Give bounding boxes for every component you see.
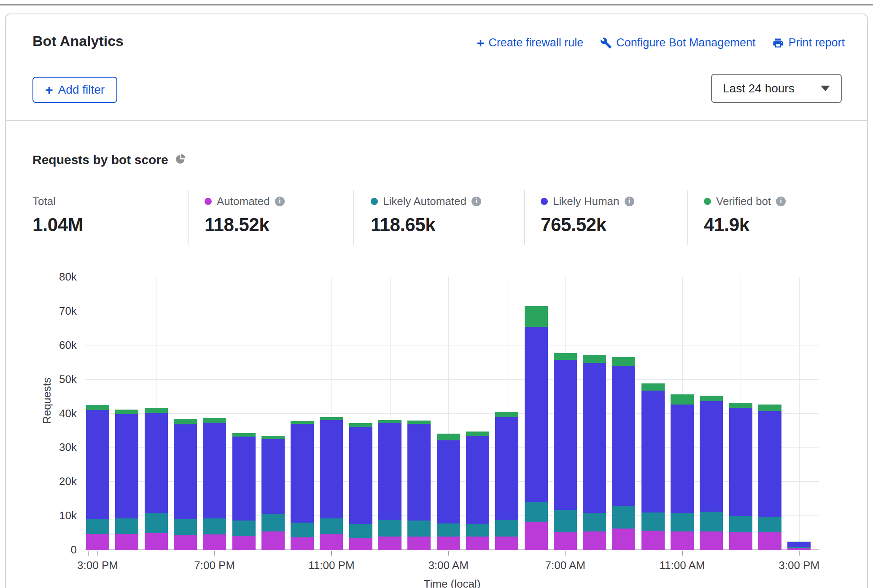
bar-segment-automated[interactable] — [378, 537, 401, 550]
bar-segment-verified-bot[interactable] — [378, 420, 401, 423]
bar-segment-likely-human[interactable] — [612, 366, 635, 506]
bar-segment-likely-human[interactable] — [641, 391, 665, 512]
bar-segment-automated[interactable] — [583, 531, 606, 550]
bar-segment-likely-automated[interactable] — [671, 513, 694, 531]
bar-segment-automated[interactable] — [758, 532, 781, 550]
bar-segment-likely-human[interactable] — [232, 437, 256, 521]
bar-segment-likely-automated[interactable] — [349, 524, 372, 538]
bar-segment-verified-bot[interactable] — [466, 432, 489, 436]
bar-segment-verified-bot[interactable] — [554, 353, 577, 360]
bar-segment-likely-automated[interactable] — [466, 524, 489, 537]
bar-segment-automated[interactable] — [671, 531, 694, 550]
bar-segment-likely-automated[interactable] — [291, 523, 314, 537]
bar-segment-likely-human[interactable] — [349, 427, 372, 524]
bar-segment-verified-bot[interactable] — [145, 408, 168, 413]
bar-segment-likely-automated[interactable] — [174, 519, 197, 535]
bar-segment-likely-automated[interactable] — [554, 510, 577, 532]
print-report-link[interactable]: Print report — [772, 36, 845, 49]
bar-segment-likely-automated[interactable] — [320, 518, 343, 534]
bar-segment-verified-bot[interactable] — [525, 306, 548, 327]
bar-segment-automated[interactable] — [700, 531, 723, 550]
bar-segment-verified-bot[interactable] — [349, 423, 372, 427]
bar-segment-verified-bot[interactable] — [671, 394, 694, 405]
bar-segment-likely-automated[interactable] — [729, 516, 752, 532]
bar-segment-likely-automated[interactable] — [261, 514, 285, 531]
bar-segment-likely-automated[interactable] — [700, 512, 723, 531]
bar-segment-automated[interactable] — [320, 534, 343, 550]
bar-segment-verified-bot[interactable] — [641, 383, 665, 391]
bar-segment-likely-automated[interactable] — [437, 523, 460, 537]
bar-segment-likely-human[interactable] — [729, 408, 752, 516]
bar-segment-verified-bot[interactable] — [787, 542, 811, 542]
bar-segment-likely-automated[interactable] — [407, 521, 431, 537]
bar-segment-likely-human[interactable] — [320, 420, 343, 518]
bar-segment-verified-bot[interactable] — [232, 433, 256, 437]
info-icon[interactable]: i — [472, 197, 481, 206]
bar-segment-likely-automated[interactable] — [495, 520, 518, 537]
bar-segment-automated[interactable] — [174, 535, 197, 550]
bar-segment-likely-automated[interactable] — [232, 521, 256, 536]
bar-segment-likely-human[interactable] — [145, 413, 168, 513]
bar-segment-likely-automated[interactable] — [641, 512, 665, 531]
bar-segment-automated[interactable] — [145, 533, 168, 550]
bar-segment-likely-human[interactable] — [758, 411, 781, 517]
bar-segment-automated[interactable] — [86, 534, 109, 550]
create-firewall-rule-link[interactable]: + Create firewall rule — [477, 36, 584, 49]
info-icon[interactable]: i — [275, 197, 285, 206]
bar-segment-likely-human[interactable] — [583, 363, 606, 513]
bar-segment-likely-human[interactable] — [174, 424, 197, 520]
bar-segment-verified-bot[interactable] — [203, 418, 226, 423]
bar-segment-automated[interactable] — [261, 531, 285, 550]
bar-segment-likely-human[interactable] — [671, 405, 694, 513]
bar-segment-automated[interactable] — [115, 534, 138, 550]
bar-segment-likely-automated[interactable] — [378, 520, 401, 537]
bar-segment-likely-human[interactable] — [787, 542, 811, 547]
bar-segment-likely-automated[interactable] — [203, 518, 226, 534]
bar-segment-verified-bot[interactable] — [583, 355, 606, 363]
bar-segment-likely-automated[interactable] — [787, 547, 811, 548]
configure-bot-management-link[interactable]: Configure Bot Management — [600, 36, 755, 49]
bar-segment-likely-automated[interactable] — [583, 513, 606, 531]
bar-segment-verified-bot[interactable] — [612, 357, 635, 366]
bar-segment-likely-human[interactable] — [554, 360, 577, 510]
bar-segment-likely-human[interactable] — [115, 414, 138, 518]
bar-segment-verified-bot[interactable] — [291, 421, 314, 423]
bar-segment-verified-bot[interactable] — [700, 396, 723, 401]
bar-segment-verified-bot[interactable] — [86, 405, 109, 410]
bar-segment-automated[interactable] — [203, 534, 226, 550]
bar-segment-automated[interactable] — [787, 548, 811, 550]
bar-segment-likely-human[interactable] — [86, 410, 109, 519]
bar-segment-automated[interactable] — [437, 537, 460, 550]
info-icon[interactable]: i — [625, 197, 634, 206]
bar-segment-automated[interactable] — [232, 536, 256, 550]
info-icon[interactable]: i — [776, 197, 786, 206]
bar-segment-automated[interactable] — [554, 532, 577, 550]
bar-segment-likely-human[interactable] — [407, 424, 431, 521]
time-range-select[interactable]: Last 24 hours — [711, 74, 842, 103]
bar-segment-likely-automated[interactable] — [758, 517, 781, 532]
bar-segment-likely-human[interactable] — [261, 439, 285, 514]
bar-segment-likely-automated[interactable] — [612, 506, 635, 529]
bar-segment-likely-human[interactable] — [700, 401, 723, 512]
bar-segment-verified-bot[interactable] — [407, 421, 431, 424]
bar-segment-automated[interactable] — [291, 537, 314, 550]
bar-segment-likely-human[interactable] — [203, 423, 226, 518]
bar-segment-likely-human[interactable] — [291, 424, 314, 523]
bar-segment-automated[interactable] — [466, 537, 489, 550]
bar-segment-automated[interactable] — [729, 532, 752, 550]
bar-segment-likely-human[interactable] — [495, 417, 518, 520]
bar-segment-likely-human[interactable] — [437, 440, 460, 523]
bar-segment-likely-human[interactable] — [378, 423, 401, 520]
bar-segment-likely-automated[interactable] — [525, 502, 548, 523]
add-filter-button[interactable]: + Add filter — [32, 77, 117, 103]
bar-segment-likely-automated[interactable] — [86, 519, 109, 534]
bar-segment-verified-bot[interactable] — [115, 410, 138, 414]
bar-segment-automated[interactable] — [612, 529, 635, 550]
bar-segment-verified-bot[interactable] — [495, 412, 518, 417]
bar-segment-likely-automated[interactable] — [145, 513, 168, 533]
bar-segment-verified-bot[interactable] — [437, 434, 460, 440]
bar-segment-verified-bot[interactable] — [320, 417, 343, 420]
bar-segment-verified-bot[interactable] — [174, 419, 197, 424]
bar-segment-automated[interactable] — [495, 537, 518, 550]
bar-segment-automated[interactable] — [349, 538, 372, 550]
